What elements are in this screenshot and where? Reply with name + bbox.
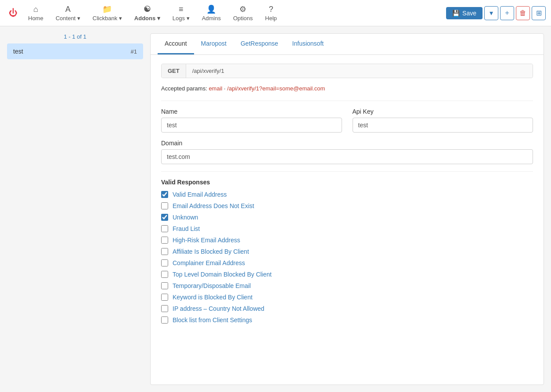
divider-1: [161, 101, 533, 101]
options-icon: ⚙: [239, 4, 246, 14]
checkbox-item: Top Level Domain Blocked By Client: [161, 271, 533, 278]
checkbox-1[interactable]: [161, 202, 168, 209]
checkbox-label-1[interactable]: Email Address Does Not Exist: [173, 202, 254, 209]
checkbox-label-0[interactable]: Valid Email Address: [173, 191, 227, 198]
checkbox-item: Keyword is Blocked By Client: [161, 294, 533, 301]
tab-getresponse[interactable]: GetResponse: [234, 34, 285, 54]
checkbox-11[interactable]: [161, 316, 168, 324]
clickbank-icon: 📁: [102, 4, 112, 14]
nav-logs[interactable]: ≡ Logs ▾: [167, 1, 195, 25]
form-row-name-apikey: Name Api Key: [161, 108, 533, 133]
sidebar-item-number: #1: [131, 48, 137, 55]
form-group-name: Name: [161, 108, 342, 133]
checkbox-label-8[interactable]: Temporary/Disposable Email: [173, 282, 251, 289]
main-layout: 1 - 1 of 1 test #1 Account Maropost GetR…: [0, 26, 551, 392]
content-panel: Account Maropost GetResponse Infusionsof…: [150, 33, 544, 385]
nav-addons-label: Addons ▾: [134, 15, 160, 22]
delete-button[interactable]: 🗑: [516, 6, 530, 20]
checkbox-item: Affiliate Is Blocked By Client: [161, 248, 533, 255]
get-url: /api/xverify/1: [186, 64, 533, 78]
checkbox-8[interactable]: [161, 282, 168, 289]
logs-icon: ≡: [179, 5, 184, 14]
checkbox-0[interactable]: [161, 191, 168, 198]
addons-icon: ☯: [144, 4, 151, 14]
checkbox-label-6[interactable]: Complainer Email Address: [173, 259, 245, 266]
nav-help[interactable]: ? Help: [260, 1, 282, 25]
domain-label: Domain: [161, 140, 533, 147]
domain-input[interactable]: [161, 149, 533, 164]
checkbox-3[interactable]: [161, 225, 168, 232]
nav-logs-label: Logs ▾: [173, 15, 190, 22]
divider-2: [161, 171, 533, 172]
accepted-params-key: email: [209, 85, 222, 92]
nav-content[interactable]: A Content ▾: [50, 1, 86, 25]
checkbox-5[interactable]: [161, 248, 168, 255]
get-method: GET: [162, 64, 186, 78]
checkbox-item: Email Address Does Not Exist: [161, 202, 533, 209]
extra-button[interactable]: ⊞: [532, 6, 546, 20]
checkbox-item: Temporary/Disposable Email: [161, 282, 533, 289]
checkbox-10[interactable]: [161, 305, 168, 312]
accepted-params: Accepted params: email · /api/xverify/1?…: [161, 85, 533, 92]
checkbox-label-4[interactable]: High-Risk Email Address: [173, 237, 240, 244]
nav-home[interactable]: ⌂ Home: [23, 1, 49, 25]
checkbox-label-9[interactable]: Keyword is Blocked By Client: [173, 294, 252, 301]
nav-left: ⏻ ⌂ Home A Content ▾ 📁 Clickbank ▾ ☯ Add…: [5, 1, 446, 25]
apikey-input[interactable]: [353, 118, 533, 133]
nav-addons[interactable]: ☯ Addons ▾: [129, 1, 166, 25]
checkbox-label-2[interactable]: Unknown: [173, 214, 198, 221]
save-button[interactable]: 💾 Save: [446, 7, 483, 19]
nav-clickbank[interactable]: 📁 Clickbank ▾: [87, 1, 127, 25]
nav-options[interactable]: ⚙ Options: [228, 1, 258, 25]
content-icon: A: [65, 5, 71, 14]
accepted-params-value: /api/xverify/1?email=some@email.com: [227, 85, 325, 92]
form-group-domain: Domain: [161, 140, 533, 164]
content-body: GET /api/xverify/1 Accepted params: emai…: [151, 55, 544, 332]
name-label: Name: [161, 108, 342, 115]
checkbox-item: Valid Email Address: [161, 191, 533, 198]
checkbox-label-7[interactable]: Top Level Domain Blocked By Client: [173, 271, 272, 278]
nav-admins-label: Admins: [202, 15, 221, 22]
checkbox-7[interactable]: [161, 271, 168, 278]
nav-admins[interactable]: 👤 Admins: [197, 1, 226, 25]
navbar: ⏻ ⌂ Home A Content ▾ 📁 Clickbank ▾ ☯ Add…: [0, 0, 551, 26]
nav-options-label: Options: [233, 15, 253, 22]
checkbox-6[interactable]: [161, 259, 168, 266]
checkbox-label-3[interactable]: Fraud List: [173, 225, 200, 232]
nav-content-label: Content ▾: [56, 15, 80, 22]
sidebar: 1 - 1 of 1 test #1: [7, 33, 143, 385]
checkbox-list: Valid Email AddressEmail Address Does No…: [161, 191, 533, 324]
tab-maropost[interactable]: Maropost: [194, 34, 234, 54]
checkbox-4[interactable]: [161, 237, 168, 244]
nav-right: 💾 Save ▾ ＋ 🗑 ⊞: [446, 6, 546, 20]
checkbox-label-10[interactable]: IP address – Country Not Allowed: [173, 305, 264, 312]
nav-clickbank-label: Clickbank ▾: [93, 15, 122, 22]
sidebar-item-test[interactable]: test #1: [7, 43, 143, 59]
dropdown-button[interactable]: ▾: [484, 6, 498, 20]
sidebar-count: 1 - 1 of 1: [7, 33, 143, 40]
checkbox-item: Fraud List: [161, 225, 533, 232]
power-icon[interactable]: ⏻: [5, 4, 21, 22]
checkbox-label-11[interactable]: Block list from Client Settings: [173, 316, 252, 324]
save-icon: 💾: [452, 10, 460, 17]
checkbox-item: High-Risk Email Address: [161, 237, 533, 244]
apikey-label: Api Key: [353, 108, 533, 115]
checkbox-2[interactable]: [161, 214, 168, 221]
get-bar: GET /api/xverify/1: [161, 64, 533, 78]
valid-responses-title: Valid Responses: [161, 179, 533, 186]
checkbox-item: Complainer Email Address: [161, 259, 533, 266]
checkbox-label-5[interactable]: Affiliate Is Blocked By Client: [173, 248, 249, 255]
tab-account[interactable]: Account: [158, 34, 194, 54]
form-group-apikey: Api Key: [353, 108, 533, 133]
checkbox-item: Block list from Client Settings: [161, 316, 533, 324]
add-button[interactable]: ＋: [500, 6, 514, 20]
checkbox-9[interactable]: [161, 294, 168, 301]
home-icon: ⌂: [33, 5, 38, 14]
name-input[interactable]: [161, 118, 342, 133]
nav-home-label: Home: [28, 15, 43, 22]
checkbox-item: IP address – Country Not Allowed: [161, 305, 533, 312]
form-row-domain: Domain: [161, 140, 533, 164]
tab-infusionsoft[interactable]: Infusionsoft: [285, 34, 331, 54]
checkbox-item: Unknown: [161, 214, 533, 221]
tab-bar: Account Maropost GetResponse Infusionsof…: [151, 34, 544, 55]
